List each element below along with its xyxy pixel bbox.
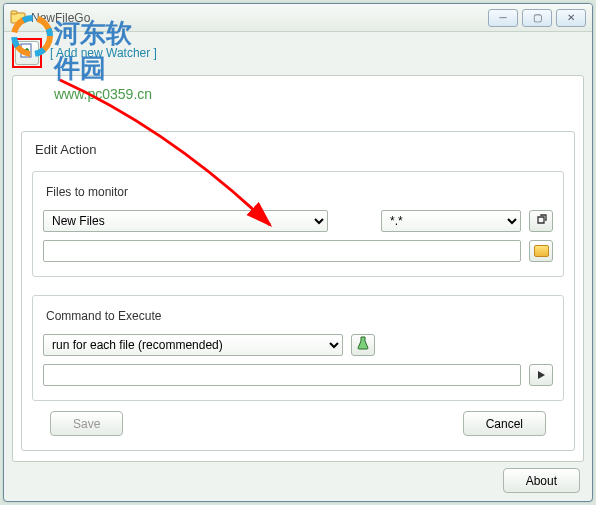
monitor-type-select[interactable]: New Files [43, 210, 328, 232]
window-body: [ Add new Watcher ] Edit Action Files to… [4, 32, 592, 501]
app-window: NewFileGo ─ ▢ ✕ [ Add new Watcher ] Edit… [3, 3, 593, 502]
test-command-button[interactable] [351, 334, 375, 356]
run-command-button[interactable] [529, 364, 553, 386]
edit-action-group: Edit Action Files to monitor New Files *… [21, 131, 575, 451]
external-icon [535, 212, 547, 230]
files-monitor-group: Files to monitor New Files *.* [32, 171, 564, 277]
add-watcher-button[interactable] [15, 41, 39, 65]
svg-rect-1 [11, 11, 17, 14]
edit-action-title: Edit Action [32, 142, 99, 157]
footer: About [12, 462, 584, 493]
window-buttons: ─ ▢ ✕ [488, 9, 586, 27]
window-title: NewFileGo [31, 11, 488, 25]
action-buttons: Save Cancel [32, 401, 564, 436]
plus-document-icon [20, 43, 34, 63]
minimize-button[interactable]: ─ [488, 9, 518, 27]
files-monitor-title: Files to monitor [43, 185, 131, 199]
flask-icon [357, 336, 369, 354]
play-icon [536, 366, 546, 384]
command-input[interactable] [43, 364, 521, 386]
file-filter-select[interactable]: *.* [381, 210, 521, 232]
monitor-row: New Files *.* [43, 210, 553, 232]
command-title: Command to Execute [43, 309, 164, 323]
cancel-button[interactable]: Cancel [463, 411, 546, 436]
titlebar: NewFileGo ─ ▢ ✕ [4, 4, 592, 32]
add-watcher-link[interactable]: [ Add new Watcher ] [50, 46, 157, 60]
command-group: Command to Execute run for each file (re… [32, 295, 564, 401]
close-button[interactable]: ✕ [556, 9, 586, 27]
browse-folder-button[interactable] [529, 240, 553, 262]
save-button[interactable]: Save [50, 411, 123, 436]
path-row [43, 240, 553, 262]
toolbar: [ Add new Watcher ] [12, 38, 584, 72]
command-mode-row: run for each file (recommended) [43, 334, 553, 356]
path-input[interactable] [43, 240, 521, 262]
folder-icon [534, 245, 549, 257]
main-panel: Edit Action Files to monitor New Files *… [12, 75, 584, 462]
expand-filter-button[interactable] [529, 210, 553, 232]
highlight-box [12, 38, 42, 68]
command-mode-select[interactable]: run for each file (recommended) [43, 334, 343, 356]
command-path-row [43, 364, 553, 386]
about-button[interactable]: About [503, 468, 580, 493]
maximize-button[interactable]: ▢ [522, 9, 552, 27]
app-icon [10, 10, 26, 26]
